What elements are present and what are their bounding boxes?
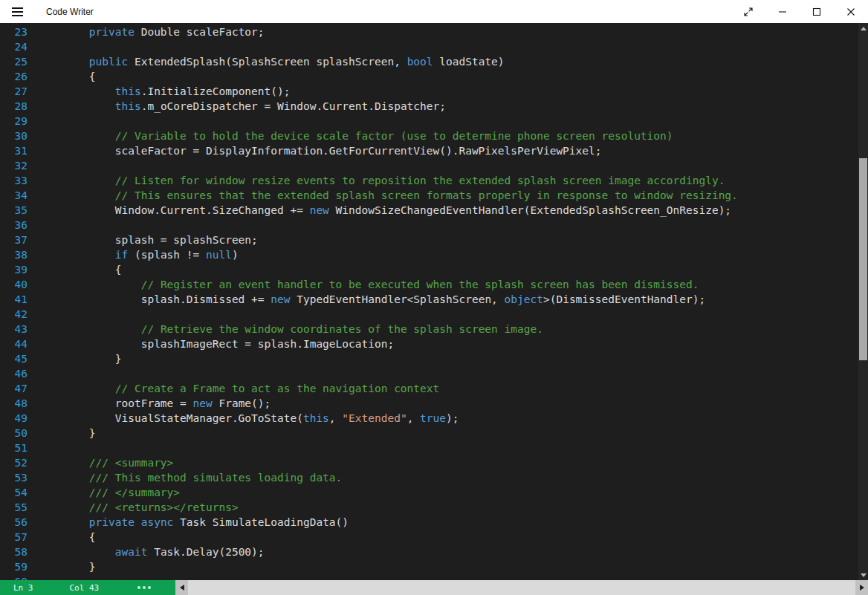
line-indicator: Ln 3 xyxy=(13,583,33,593)
line-number: 37 xyxy=(0,233,27,247)
code-text: // Listen for window resize events to re… xyxy=(37,173,725,188)
code-line: 54 /// </summary> xyxy=(0,485,858,500)
line-number: 41 xyxy=(0,292,27,307)
line-number: 57 xyxy=(0,530,27,544)
code-text: /// This method simulates loading data. xyxy=(37,470,342,485)
code-line: 33 // Listen for window resize events to… xyxy=(0,173,858,188)
close-icon xyxy=(846,7,855,16)
hamburger-icon xyxy=(12,7,23,16)
scroll-right-arrow[interactable] xyxy=(855,580,868,595)
line-number: 49 xyxy=(0,411,27,426)
left-triangle-icon xyxy=(180,585,184,591)
vertical-scrollbar[interactable] xyxy=(858,23,868,580)
code-line: 46 xyxy=(0,366,858,381)
line-number: 38 xyxy=(0,247,27,262)
code-text: /// </summary> xyxy=(37,485,180,500)
scroll-up-arrow[interactable] xyxy=(858,23,868,33)
scroll-down-arrow[interactable] xyxy=(858,570,868,580)
line-number: 46 xyxy=(0,366,27,381)
line-number: 42 xyxy=(0,307,27,322)
line-number: 59 xyxy=(0,559,27,574)
code-text: { xyxy=(37,530,96,544)
code-lines[interactable]: 23 private Double scaleFactor;2425 publi… xyxy=(0,23,858,580)
code-line: 47 // Create a Frame to act as the navig… xyxy=(0,381,858,396)
code-text: } xyxy=(37,426,96,440)
code-text: /// <summary> xyxy=(37,455,173,470)
code-line: 34 // This ensures that the extended spl… xyxy=(0,188,858,203)
code-line: 59 } xyxy=(0,559,858,574)
line-number: 45 xyxy=(0,351,27,366)
line-number: 39 xyxy=(0,262,27,277)
maximize-icon xyxy=(812,7,821,16)
code-line: 35 Window.Current.SizeChanged += new Win… xyxy=(0,203,858,218)
line-number: 23 xyxy=(0,25,27,39)
line-number: 52 xyxy=(0,455,27,470)
right-triangle-icon xyxy=(860,585,864,591)
line-number: 36 xyxy=(0,218,27,233)
code-text: // Variable to hold the device scale fac… xyxy=(37,129,673,143)
code-line: 30 // Variable to hold the device scale … xyxy=(0,129,858,143)
code-line: 37 splash = splashScreen; xyxy=(0,233,858,247)
code-line: 29 xyxy=(0,114,858,129)
code-text: VisualStateManager.GoToState(this, "Exte… xyxy=(37,411,459,426)
code-text: public ExtendedSplash(SplashScreen splas… xyxy=(37,54,505,69)
up-triangle-icon xyxy=(861,27,867,30)
titlebar[interactable]: Code Writer xyxy=(0,0,868,23)
close-button[interactable] xyxy=(834,0,868,23)
horizontal-scrollbar[interactable] xyxy=(175,580,868,595)
code-text: splash = splashScreen; xyxy=(37,233,258,247)
line-number: 54 xyxy=(0,485,27,500)
column-indicator: Col 43 xyxy=(70,583,100,593)
code-line: 60 xyxy=(0,574,858,580)
horizontal-scrollbar-thumb[interactable] xyxy=(188,580,855,595)
code-text: { xyxy=(37,69,96,84)
line-number: 28 xyxy=(0,99,27,114)
line-number: 50 xyxy=(0,426,27,440)
code-line: 58 await Task.Delay(2500); xyxy=(0,544,858,559)
code-editor[interactable]: 23 private Double scaleFactor;2425 publi… xyxy=(0,23,868,580)
scroll-left-arrow[interactable] xyxy=(175,580,188,595)
line-number: 32 xyxy=(0,158,27,173)
code-line: 28 this.m_oCoreDispatcher = Window.Curre… xyxy=(0,99,858,114)
fullscreen-button[interactable] xyxy=(731,0,765,23)
code-text: } xyxy=(37,351,122,366)
code-text: // Create a Frame to act as the navigati… xyxy=(37,381,439,396)
code-line: 48 rootFrame = new Frame(); xyxy=(0,396,858,411)
code-line: 26 { xyxy=(0,69,858,84)
line-number: 55 xyxy=(0,500,27,515)
line-number: 56 xyxy=(0,515,27,530)
code-text: Window.Current.SizeChanged += new Window… xyxy=(37,203,731,218)
statusbar-more-dots[interactable] xyxy=(137,586,151,589)
code-line: 31 scaleFactor = DisplayInformation.GetF… xyxy=(0,143,858,158)
line-number: 58 xyxy=(0,544,27,559)
line-number: 47 xyxy=(0,381,27,396)
code-text: /// <returns></returns> xyxy=(37,500,239,515)
minimize-button[interactable] xyxy=(765,0,800,23)
code-line: 23 private Double scaleFactor; xyxy=(0,25,858,39)
code-line: 42 xyxy=(0,307,858,322)
vertical-scrollbar-thumb[interactable] xyxy=(859,158,867,360)
code-text: { xyxy=(37,262,122,277)
line-number: 60 xyxy=(0,574,27,580)
line-number: 31 xyxy=(0,143,27,158)
code-line: 53 /// This method simulates loading dat… xyxy=(0,470,858,485)
hamburger-menu-button[interactable] xyxy=(0,0,34,23)
code-text: rootFrame = new Frame(); xyxy=(37,396,271,411)
line-number: 53 xyxy=(0,470,27,485)
line-number: 34 xyxy=(0,188,27,203)
window-controls xyxy=(731,0,868,23)
down-triangle-icon xyxy=(861,573,867,577)
code-line: 45 } xyxy=(0,351,858,366)
code-text: // Retrieve the window coordinates of th… xyxy=(37,322,543,336)
line-number: 35 xyxy=(0,203,27,218)
code-line: 32 xyxy=(0,158,858,173)
code-line: 27 this.InitializeComponent(); xyxy=(0,84,858,99)
line-number: 40 xyxy=(0,277,27,292)
code-line: 50 } xyxy=(0,426,858,440)
line-number: 44 xyxy=(0,336,27,351)
window-title: Code Writer xyxy=(46,7,94,17)
code-text: await Task.Delay(2500); xyxy=(37,544,265,559)
maximize-button[interactable] xyxy=(800,0,834,23)
code-line: 40 // Register an event handler to be ex… xyxy=(0,277,858,292)
code-line: 55 /// <returns></returns> xyxy=(0,500,858,515)
